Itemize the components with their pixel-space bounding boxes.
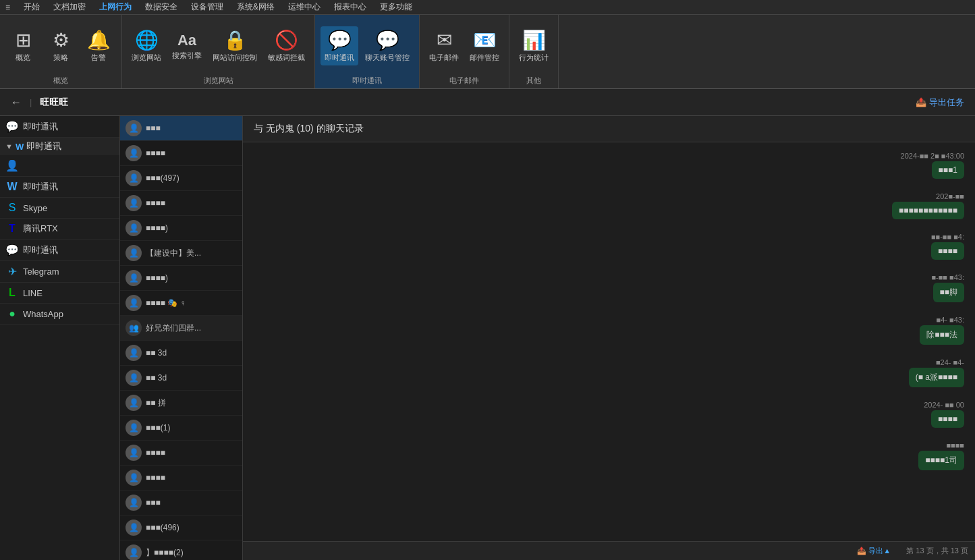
message-row-2: ■■-■■ ■4: ■■■■ [254, 230, 964, 260]
menu-data-security[interactable]: 数据安全 [145, 1, 177, 13]
sidebar-im2-label: 即时通讯 [23, 244, 58, 256]
contact-avatar-17: 👤 [126, 544, 142, 560]
page-info: 第 13 页，共 13 页 [906, 547, 968, 555]
ribbon-item-behavior-stats[interactable]: 📊 行为统计 [515, 26, 553, 65]
chat-account-icon: 💬 [376, 29, 399, 51]
sidebar-item-skype[interactable]: S Skype [0, 198, 119, 219]
pagination-icon: 📤 [857, 547, 866, 555]
menu-hamburger-icon[interactable]: ≡ [5, 3, 10, 12]
contact-item-5[interactable]: 👤 【建设中】美... [120, 241, 242, 266]
menu-document-encrypt[interactable]: 文档加密 [53, 1, 86, 13]
message-row-7: ■■■■ ■■■■1司 [254, 439, 964, 470]
contact-item-14[interactable]: 👤 ■■■■ [120, 466, 242, 491]
top-menubar: ≡ 开始 文档加密 上网行为 数据安全 设备管理 系统&网络 运维中心 报表中心… [0, 0, 975, 15]
export-link[interactable]: 导出▲ [868, 547, 891, 555]
message-bubble-7: ■■■■1司 [918, 451, 964, 470]
ribbon-alert-label: 告警 [91, 53, 106, 63]
contact-avatar-10: 👤 [126, 370, 142, 386]
message-time-5: ■24- ■4- [936, 358, 964, 366]
ribbon-item-site-control[interactable]: 🔒 网站访问控制 [208, 26, 261, 65]
message-row-6: 2024- ■■ 00 ■■■■ [254, 398, 964, 428]
menu-system-network[interactable]: 系统&网络 [237, 1, 275, 13]
contact-item-12[interactable]: 👤 ■■■(1) [120, 416, 242, 441]
contact-item-2[interactable]: 👤 ■■■(497) [120, 166, 242, 191]
menu-more[interactable]: 更多功能 [380, 1, 412, 13]
sidebar-item-im-w[interactable]: W 即时通讯 [0, 177, 119, 198]
ribbon-browse-label: 浏览网站 [132, 53, 161, 63]
contact-item-1[interactable]: 👤 ■■■■ [120, 141, 242, 166]
contact-name-11: ■■ 拼 [146, 397, 166, 409]
contact-item-7[interactable]: 👤 ■■■■ 🎭 ♀ [120, 291, 242, 316]
page-title: 旺旺旺 [40, 96, 68, 109]
line-icon: L [5, 287, 19, 299]
ribbon-item-sensitive-filter[interactable]: 🚫 敏感词拦截 [264, 26, 309, 65]
email-control-icon: 📧 [473, 29, 497, 51]
ribbon-item-alert[interactable]: 🔔 告警 [81, 26, 116, 65]
search-engine-icon: Aa [177, 32, 196, 49]
ribbon-item-search-engine[interactable]: Aa 搜索引擎 [168, 29, 206, 63]
sidebar-item-im2[interactable]: 💬 即时通讯 [0, 240, 119, 261]
contact-avatar-6: 👤 [126, 270, 142, 286]
ribbon-item-email[interactable]: ✉ 电子邮件 [425, 26, 463, 65]
ribbon-group-other: 📊 行为统计 其他 [509, 15, 559, 88]
ribbon-group-im: 💬 即时通讯 💬 聊天账号管控 即时通讯 [315, 15, 420, 88]
ribbon-item-overview[interactable]: ⊞ 概览 [5, 26, 40, 65]
chat-messages[interactable]: 2024-■■ 2■ ■43:00 ■■■1 202■-■■ ■■■■■■■■■… [243, 142, 975, 541]
message-time-4: ■4- ■43: [937, 316, 964, 324]
ribbon-group-overview: ⊞ 概览 ⚙ 策略 🔔 告警 概览 [0, 15, 122, 88]
contact-avatar-2: 👤 [126, 170, 142, 186]
ribbon-group-email-label: 电子邮件 [449, 76, 479, 86]
contact-avatar-5: 👤 [126, 245, 142, 261]
menu-report-center[interactable]: 报表中心 [334, 1, 366, 13]
menu-ops-center[interactable]: 运维中心 [288, 1, 321, 13]
ribbon-sensitive-label: 敏感词拦截 [268, 53, 305, 63]
contact-list: 👤 ■■■ 👤 ■■■■ 👤 ■■■(497) 👤 ■■■■ 👤 ■■■■) 👤… [120, 116, 243, 560]
overview-icon: ⊞ [16, 29, 31, 51]
ribbon-item-im[interactable]: 💬 即时通讯 [321, 26, 358, 65]
sidebar-item-im-top[interactable]: 💬 即时通讯 [0, 116, 119, 138]
contact-item-13[interactable]: 👤 ■■■■ [120, 441, 242, 466]
chat-footer: 📤 导出▲ 第 13 页，共 13 页 [243, 541, 975, 560]
ribbon-item-browse-web[interactable]: 🌐 浏览网站 [128, 26, 165, 65]
sidebar-line-label: LINE [23, 288, 43, 298]
message-bubble-0: ■■■1 [932, 161, 964, 179]
ribbon-item-strategy[interactable]: ⚙ 策略 [43, 26, 78, 65]
browse-web-icon: 🌐 [135, 29, 159, 51]
contact-item-16[interactable]: 👤 ■■■(496) [120, 515, 242, 540]
menu-device-management[interactable]: 设备管理 [191, 1, 223, 13]
sidebar-im-w-icon: W [5, 181, 19, 193]
contact-item-15[interactable]: 👤 ■■■ [120, 491, 242, 515]
contact-item-3[interactable]: 👤 ■■■■ [120, 191, 242, 216]
export-button[interactable]: 📤 导出任务 [916, 96, 964, 109]
contact-item-9[interactable]: 👤 ■■ 3d [120, 341, 242, 366]
sidebar-item-whatsapp[interactable]: ● WhatsApp [0, 304, 119, 325]
message-row-0: 2024-■■ 2■ ■43:00 ■■■1 [254, 149, 964, 179]
sidebar-im-top-icon: 💬 [5, 120, 19, 133]
ribbon-im-label: 即时通讯 [325, 53, 354, 63]
ribbon-item-chat-account[interactable]: 💬 聊天账号管控 [361, 26, 414, 65]
menu-start[interactable]: 开始 [24, 1, 40, 13]
ribbon-search-engine-label: 搜索引擎 [172, 51, 202, 61]
contact-item-17[interactable]: 👤 】■■■■(2) [120, 540, 242, 560]
contact-name-0: ■■■ [146, 123, 161, 133]
sidebar-item-rtx[interactable]: T 腾讯RTX [0, 219, 119, 240]
contact-item-0[interactable]: 👤 ■■■ [120, 116, 242, 141]
contact-item-11[interactable]: 👤 ■■ 拼 [120, 391, 242, 416]
back-button[interactable]: ← [11, 96, 22, 109]
sidebar-item-line[interactable]: L LINE [0, 283, 119, 304]
sensitive-filter-icon: 🚫 [275, 29, 298, 51]
contact-avatar-8: 👥 [126, 320, 142, 336]
ribbon-group-im-label: 即时通讯 [352, 76, 382, 86]
contact-item-8[interactable]: 👥 好兄弟们四群... [120, 316, 242, 341]
sidebar-rtx-label: 腾讯RTX [23, 223, 58, 235]
contact-avatar-1: 👤 [126, 145, 142, 161]
contact-item-10[interactable]: 👤 ■■ 3d [120, 366, 242, 391]
menu-web-behavior[interactable]: 上网行为 [99, 1, 132, 13]
ribbon-item-email-control[interactable]: 📧 邮件管控 [466, 26, 503, 65]
sidebar-item-user[interactable]: 👤 [0, 155, 119, 177]
sidebar-group-im[interactable]: ▼ W 即时通讯 [0, 138, 119, 155]
contact-item-4[interactable]: 👤 ■■■■) [120, 216, 242, 241]
skype-icon: S [5, 202, 19, 214]
sidebar-item-telegram[interactable]: ✈ Telegram [0, 261, 119, 283]
contact-item-6[interactable]: 👤 ■■■■) [120, 266, 242, 291]
